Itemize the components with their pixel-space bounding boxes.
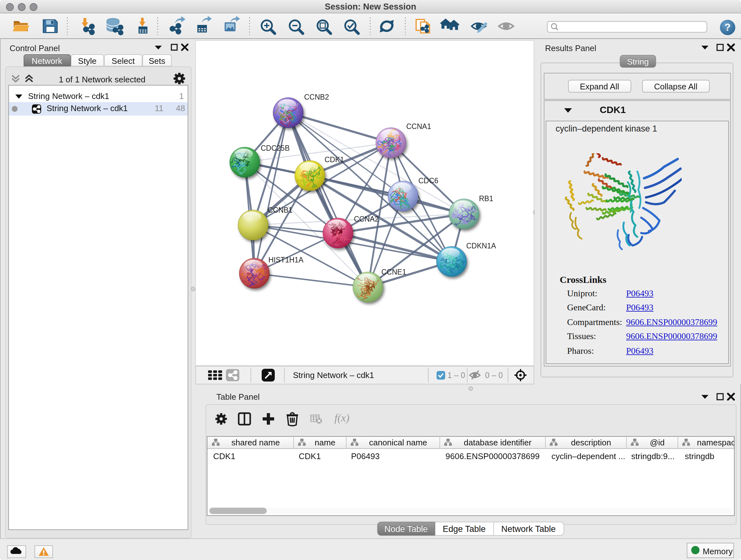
svg-text:CDC6: CDC6 [418, 177, 438, 185]
svg-text:CDC25B: CDC25B [260, 144, 289, 152]
svg-text:CCNE1: CCNE1 [381, 268, 406, 276]
svg-text:CCNA1: CCNA1 [406, 122, 431, 131]
svg-text:CDK1: CDK1 [324, 155, 344, 164]
svg-text:CCNB2: CCNB2 [304, 93, 329, 101]
svg-text:RB1: RB1 [479, 194, 493, 203]
svg-text:CCNB1: CCNB1 [267, 206, 292, 214]
svg-text:CDKN1A: CDKN1A [466, 242, 496, 250]
svg-text:HIST1H1A: HIST1H1A [268, 256, 304, 264]
svg-text:CCNA2: CCNA2 [354, 215, 379, 223]
